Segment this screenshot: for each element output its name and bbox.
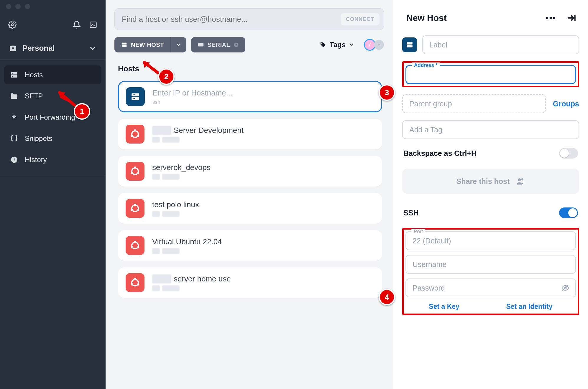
traffic-light-max[interactable] <box>25 4 30 9</box>
set-identity-link[interactable]: Set an Identity <box>506 303 552 311</box>
address-field[interactable]: Address * <box>405 65 576 84</box>
new-host-row[interactable]: Enter IP or Hostname... ssh <box>118 81 382 112</box>
svg-point-16 <box>133 94 134 95</box>
share-label: Share this host <box>456 177 510 186</box>
svg-rect-4 <box>11 72 17 75</box>
nav-label: Hosts <box>25 71 43 79</box>
svg-point-42 <box>518 178 521 181</box>
new-host-protocol: ssh <box>152 99 232 105</box>
host-row[interactable]: Virtual Ubuntu 22.04xxxxxxxxxx <box>118 230 382 261</box>
serial-button[interactable]: SERIAL <box>191 37 245 52</box>
backspace-toggle-row: Backspace as Ctrl+H <box>402 146 579 159</box>
avatar-count: 7 <box>369 42 371 47</box>
sidebar-item-history[interactable]: History <box>4 150 101 169</box>
port-label: Port <box>411 229 425 235</box>
password-input[interactable] <box>413 284 569 292</box>
svg-point-26 <box>131 172 133 174</box>
backspace-toggle[interactable] <box>559 148 578 159</box>
host-subtitle: xxxxxxxxxx <box>152 174 211 180</box>
svg-rect-41 <box>407 45 413 47</box>
host-row[interactable]: test polo linuxxxxxxxxxxx <box>118 193 382 224</box>
svg-point-0 <box>12 24 14 26</box>
svg-point-34 <box>131 246 133 248</box>
collapse-panel-icon[interactable] <box>566 13 576 23</box>
svg-point-18 <box>133 98 134 99</box>
svg-point-17 <box>134 94 135 95</box>
new-host-dropdown[interactable] <box>171 37 186 52</box>
ubuntu-icon <box>126 199 144 218</box>
svg-point-19 <box>134 98 135 99</box>
search-bar[interactable]: CONNECT <box>114 8 384 30</box>
svg-point-22 <box>131 135 133 137</box>
vault-selector[interactable]: Personal <box>0 37 106 59</box>
host-row[interactable]: serverok_devopsxxxxxxxxxx <box>118 156 382 187</box>
parent-group-placeholder: Parent group <box>409 100 452 108</box>
svg-point-30 <box>131 209 133 211</box>
host-title: xxxxxserver home use <box>152 274 231 283</box>
clock-icon <box>10 156 18 164</box>
sidebar-item-snippets[interactable]: Snippets <box>4 129 101 148</box>
traffic-light-min[interactable] <box>15 4 21 9</box>
sidebar-item-hosts[interactable]: Hosts <box>4 65 101 84</box>
add-collaborator-button[interactable]: + <box>374 40 384 50</box>
host-title: xxxxxServer Development <box>152 126 244 135</box>
svg-point-38 <box>131 283 133 286</box>
divider <box>0 175 106 175</box>
eye-off-icon[interactable] <box>561 284 569 292</box>
window-controls <box>0 0 106 13</box>
toolbar: NEW HOST SERIAL Tags 7 + <box>106 33 393 55</box>
svg-point-21 <box>134 129 136 131</box>
set-key-link[interactable]: Set a Key <box>429 303 459 311</box>
parent-group-field[interactable]: Parent group <box>402 94 546 113</box>
sidebar-item-sftp[interactable]: SFTP <box>4 87 101 106</box>
annotation-box-3: Address * <box>402 61 579 87</box>
tags-filter[interactable]: Tags <box>320 41 354 49</box>
collaborators[interactable]: 7 + <box>364 39 384 51</box>
port-input[interactable] <box>413 237 569 245</box>
port-field[interactable]: Port <box>405 231 576 250</box>
username-input[interactable] <box>413 260 569 269</box>
address-label: Address * <box>412 62 440 68</box>
panel-title: New Host <box>406 13 447 23</box>
host-subtitle: xxxxxxxxxx <box>152 211 199 217</box>
search-input[interactable] <box>122 15 341 24</box>
host-type-icon[interactable] <box>402 37 417 52</box>
bell-icon[interactable] <box>73 21 81 29</box>
sidebar-item-portforwarding[interactable]: Port Forwarding <box>4 108 101 127</box>
nav-label: History <box>25 156 47 164</box>
share-host-button[interactable]: Share this host <box>402 169 579 194</box>
svg-point-13 <box>321 43 322 44</box>
tag-field[interactable] <box>402 120 579 139</box>
label-field[interactable] <box>422 35 579 54</box>
ubuntu-icon <box>126 273 144 292</box>
annotation-box-4: Port Set a Key Set an Identity <box>402 228 579 315</box>
server-icon <box>10 71 18 79</box>
host-row[interactable]: xxxxxServer Developmentxxxxxxxxxx <box>118 119 382 149</box>
traffic-light-close[interactable] <box>6 4 11 9</box>
username-field[interactable] <box>405 255 576 274</box>
host-subtitle: xxxxxxxxxx <box>152 137 244 143</box>
svg-point-31 <box>137 209 139 211</box>
groups-link[interactable]: Groups <box>553 100 579 108</box>
label-input[interactable] <box>429 41 572 49</box>
chevron-down-icon <box>88 44 97 52</box>
svg-rect-15 <box>132 97 139 100</box>
keyboard-icon <box>198 42 204 48</box>
vault-icon <box>9 44 17 52</box>
svg-point-6 <box>12 73 13 74</box>
terminal-icon[interactable] <box>89 21 97 29</box>
new-host-label: NEW HOST <box>131 42 164 48</box>
arrow-up-icon <box>234 42 239 47</box>
gear-icon[interactable] <box>8 21 17 29</box>
ssh-toggle[interactable] <box>559 207 578 218</box>
svg-point-7 <box>12 76 13 77</box>
ubuntu-icon <box>126 125 144 144</box>
tag-input[interactable] <box>409 126 572 134</box>
more-menu[interactable]: ••• <box>546 13 556 23</box>
host-subtitle: xxxxxxxxxx <box>152 248 222 254</box>
address-input[interactable] <box>413 70 569 79</box>
host-row[interactable]: xxxxxserver home usexxxxxxxxxx <box>118 267 382 298</box>
new-host-button[interactable]: NEW HOST <box>114 37 170 52</box>
password-field[interactable] <box>405 278 576 297</box>
connect-button[interactable]: CONNECT <box>341 13 380 25</box>
